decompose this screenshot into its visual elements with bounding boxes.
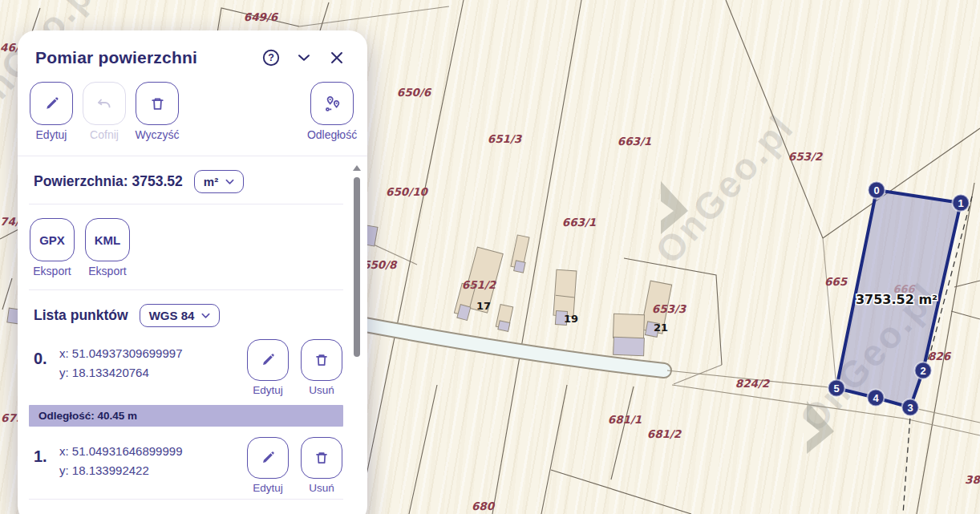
point-row: 0. x: 51.04937309699997 y: 18.133420764 … [29, 332, 343, 398]
clear-label: Wyczyść [135, 128, 179, 141]
point-x: x: 51.04937309699997 [59, 346, 182, 360]
vertex-label: 1 [958, 197, 963, 209]
panel-header: Pomiar powierzchni ? [18, 30, 367, 72]
undo-button[interactable] [83, 82, 126, 125]
area-row: Powierzchnia: 3753.52 m² [29, 156, 343, 204]
crs-value: WGS 84 [149, 309, 195, 322]
point-edit-button[interactable] [247, 339, 289, 381]
point-edit-label: Edytuj [253, 384, 283, 396]
parcel-label: 826 [928, 350, 952, 362]
point-delete-label: Usuń [309, 384, 334, 396]
export-row: GPX Eksport KML Eksport [29, 204, 343, 289]
parcel-label: 650/10 [386, 185, 429, 198]
vertex-label: 4 [873, 392, 879, 404]
parcel-label: 653/2 [788, 150, 824, 163]
distance-pins-icon [322, 94, 342, 114]
collapse-panel-button[interactable] [294, 48, 314, 67]
panel-title: Pomiar powierzchni [35, 48, 261, 67]
parcel-label: 681/2 [647, 427, 682, 440]
undo-tool: Cofnij [82, 82, 127, 141]
point-delete-label: Usuń [309, 482, 334, 494]
close-panel-button[interactable] [327, 48, 346, 67]
parcel-label: 38 [965, 473, 980, 486]
point-edit-tool: Edytuj [246, 437, 290, 494]
gpx-export-tool: GPX Eksport [29, 218, 75, 277]
crs-select[interactable]: WGS 84 [140, 304, 221, 327]
undo-icon [95, 94, 114, 113]
parcel-label: 651/2 [462, 278, 497, 291]
kml-export-label: Eksport [88, 265, 126, 277]
trash-icon [313, 449, 330, 467]
scroll-up-icon[interactable] [353, 165, 361, 171]
distance-button[interactable] [310, 82, 354, 125]
pencil-icon [43, 95, 61, 113]
edit-label: Edytuj [36, 128, 67, 141]
chevron-down-icon [295, 49, 313, 67]
parcel-label: 681/1 [608, 413, 642, 426]
distance-label: Odległość [307, 128, 357, 141]
gpx-export-button[interactable]: GPX [30, 218, 75, 261]
area-value-text: Powierzchnia: 3753.52 [34, 173, 183, 190]
trash-icon [148, 95, 167, 113]
vertex-label: 2 [920, 365, 925, 377]
svg-text:?: ? [268, 52, 274, 63]
kml-export-button[interactable]: KML [85, 218, 130, 261]
undo-label: Cofnij [90, 128, 119, 141]
watermark: OnGeo.pl [647, 106, 802, 271]
scrollbar-thumb[interactable] [354, 177, 360, 357]
pencil-icon [259, 449, 277, 467]
chevron-down-icon [201, 313, 210, 319]
help-icon[interactable]: ? [261, 48, 281, 67]
parcel-label: 653/3 [652, 302, 687, 315]
chevron-down-icon [225, 179, 234, 185]
map-viewport[interactable]: 649/6 650/6 651/3 663/1 653/2 650/10 663… [0, 0, 980, 514]
vertex-label: 0 [873, 184, 879, 196]
clear-tool: Wyczyść [135, 82, 180, 141]
point-index: 0. [34, 339, 59, 368]
point-coordinates: x: 51.04931646899999 y: 18.133992422 [59, 437, 246, 480]
points-list-title: Lista punktów [34, 307, 128, 324]
measurement-toolbar: Edytuj Cofnij Wyczyść [18, 72, 367, 141]
parcel-label: 680 [472, 500, 496, 512]
distance-tool: Odległość [310, 82, 354, 141]
point-delete-button[interactable] [301, 339, 342, 381]
parcel-label: 651/3 [488, 132, 523, 145]
trash-icon [313, 351, 330, 369]
point-delete-button[interactable] [301, 437, 342, 479]
measurement[interactable]: 666 3753.52 m² 0 1 2 3 4 5 [828, 182, 970, 416]
point-index: 1. [34, 437, 59, 466]
point-row: 1. x: 51.04931646899999 y: 18.133992422 … [29, 430, 343, 496]
point-x: x: 51.04931646899999 [59, 444, 182, 458]
parcel-label: 663/1 [562, 216, 597, 229]
point-edit-tool: Edytuj [246, 339, 290, 396]
area-measurement-label: 3753.52 m² [856, 292, 937, 307]
parcel-label: 663/1 [618, 135, 652, 148]
point-delete-tool: Usuń [300, 339, 343, 396]
point-edit-button[interactable] [247, 437, 289, 479]
edit-button[interactable] [30, 82, 73, 125]
panel-scrollbar[interactable] [353, 165, 361, 514]
pencil-icon [259, 351, 277, 369]
parcel-label: 824/2 [735, 377, 771, 390]
parcel-label: 649/6 [244, 10, 279, 23]
close-icon [328, 49, 346, 67]
area-unit-value: m² [204, 175, 218, 188]
clear-button[interactable] [136, 82, 179, 125]
house-number: 17 [476, 300, 491, 312]
measurement-panel: Pomiar powierzchni ? Edytuj [18, 30, 367, 514]
panel-body: Powierzchnia: 3753.52 m² GPX Eksport KML… [18, 156, 367, 500]
point-y: y: 18.133420764 [59, 366, 149, 379]
segment-distance-bar: Odległość: 40.45 m [29, 405, 343, 427]
gpx-export-label: Eksport [33, 265, 71, 277]
parcel-label: 665 [824, 275, 848, 288]
point-delete-tool: Usuń [300, 437, 343, 494]
kml-export-tool: KML Eksport [84, 218, 131, 277]
area-unit-select[interactable]: m² [194, 170, 244, 193]
point-coordinates: x: 51.04937309699997 y: 18.133420764 [59, 339, 246, 382]
divider [29, 499, 343, 500]
point-edit-label: Edytuj [253, 482, 283, 494]
points-list-header: Lista punktów WGS 84 [29, 290, 343, 332]
vertex-label: 5 [833, 382, 839, 395]
house-number: 19 [564, 313, 578, 325]
vertex-label: 3 [907, 402, 913, 414]
